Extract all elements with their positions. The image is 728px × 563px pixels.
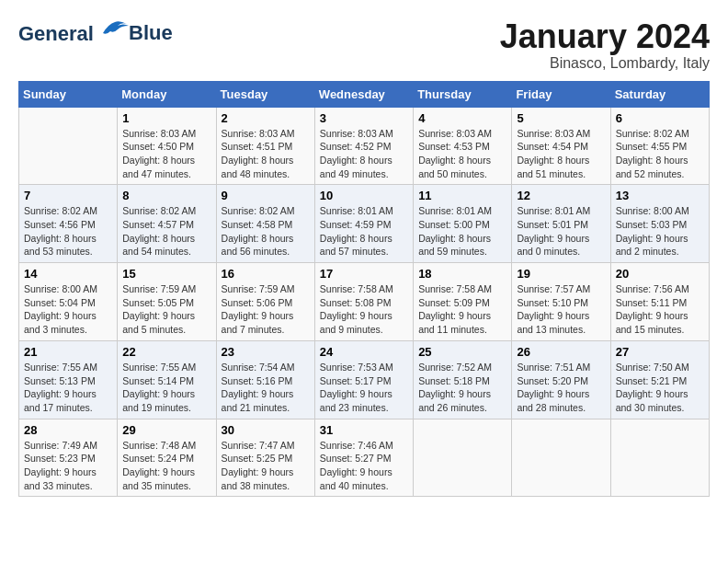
calendar-table: Sunday Monday Tuesday Wednesday Thursday… bbox=[18, 81, 710, 498]
day-number: 5 bbox=[517, 111, 605, 125]
calendar-row-2: 14Sunrise: 8:00 AMSunset: 5:04 PMDayligh… bbox=[19, 263, 710, 341]
day-number: 26 bbox=[517, 345, 605, 359]
day-info: Sunrise: 7:58 AMSunset: 5:09 PMDaylight:… bbox=[418, 282, 506, 337]
day-info: Sunrise: 8:03 AMSunset: 4:52 PMDaylight:… bbox=[320, 127, 408, 181]
calendar-cell: 25Sunrise: 7:52 AMSunset: 5:18 PMDayligh… bbox=[414, 340, 512, 419]
month-title: January 2024 bbox=[500, 18, 710, 55]
day-info: Sunrise: 8:02 AMSunset: 4:58 PMDaylight:… bbox=[222, 204, 310, 259]
day-number: 28 bbox=[24, 423, 112, 437]
day-number: 23 bbox=[222, 345, 310, 359]
calendar-cell: 1Sunrise: 8:03 AMSunset: 4:50 PMDaylight… bbox=[118, 107, 216, 185]
day-info: Sunrise: 7:46 AMSunset: 5:27 PMDaylight:… bbox=[320, 439, 408, 493]
calendar-cell: 4Sunrise: 8:03 AMSunset: 4:53 PMDaylight… bbox=[414, 107, 512, 185]
day-info: Sunrise: 7:48 AMSunset: 5:24 PMDaylight:… bbox=[122, 439, 210, 493]
day-number: 9 bbox=[222, 189, 310, 202]
day-number: 19 bbox=[517, 267, 605, 281]
day-number: 1 bbox=[122, 111, 210, 125]
day-info: Sunrise: 8:01 AMSunset: 5:01 PMDaylight:… bbox=[517, 204, 605, 259]
calendar-cell: 23Sunrise: 7:54 AMSunset: 5:16 PMDayligh… bbox=[216, 340, 314, 419]
day-info: Sunrise: 7:59 AMSunset: 5:06 PMDaylight:… bbox=[222, 282, 310, 337]
col-sunday: Sunday bbox=[19, 81, 118, 107]
calendar-cell: 9Sunrise: 8:02 AMSunset: 4:58 PMDaylight… bbox=[216, 185, 314, 263]
day-number: 15 bbox=[122, 267, 210, 281]
calendar-header-row: Sunday Monday Tuesday Wednesday Thursday… bbox=[19, 81, 710, 107]
calendar-cell: 14Sunrise: 8:00 AMSunset: 5:04 PMDayligh… bbox=[19, 263, 118, 341]
title-area: January 2024 Binasco, Lombardy, Italy bbox=[500, 18, 710, 72]
day-info: Sunrise: 7:55 AMSunset: 5:13 PMDaylight:… bbox=[24, 361, 112, 415]
day-info: Sunrise: 7:50 AMSunset: 5:21 PMDaylight:… bbox=[616, 361, 704, 415]
calendar-cell: 26Sunrise: 7:51 AMSunset: 5:20 PMDayligh… bbox=[512, 340, 610, 419]
day-info: Sunrise: 8:01 AMSunset: 5:00 PMDaylight:… bbox=[418, 204, 506, 259]
day-number: 3 bbox=[320, 111, 408, 125]
day-info: Sunrise: 8:02 AMSunset: 4:55 PMDaylight:… bbox=[616, 127, 704, 181]
col-friday: Friday bbox=[512, 81, 610, 107]
day-info: Sunrise: 8:01 AMSunset: 4:59 PMDaylight:… bbox=[320, 204, 408, 259]
calendar-cell: 16Sunrise: 7:59 AMSunset: 5:06 PMDayligh… bbox=[216, 263, 314, 341]
day-info: Sunrise: 7:55 AMSunset: 5:14 PMDaylight:… bbox=[122, 361, 210, 415]
day-number: 20 bbox=[616, 267, 704, 281]
calendar-row-3: 21Sunrise: 7:55 AMSunset: 5:13 PMDayligh… bbox=[19, 340, 710, 419]
day-info: Sunrise: 8:00 AMSunset: 5:04 PMDaylight:… bbox=[24, 282, 112, 337]
day-info: Sunrise: 8:03 AMSunset: 4:51 PMDaylight:… bbox=[222, 127, 310, 181]
day-info: Sunrise: 7:57 AMSunset: 5:10 PMDaylight:… bbox=[517, 282, 605, 337]
calendar-row-0: 1Sunrise: 8:03 AMSunset: 4:50 PMDaylight… bbox=[19, 107, 710, 185]
day-info: Sunrise: 7:47 AMSunset: 5:25 PMDaylight:… bbox=[222, 439, 310, 493]
calendar-cell bbox=[19, 107, 118, 185]
calendar-cell: 5Sunrise: 8:03 AMSunset: 4:54 PMDaylight… bbox=[512, 107, 610, 185]
day-info: Sunrise: 7:56 AMSunset: 5:11 PMDaylight:… bbox=[616, 282, 704, 337]
location: Binasco, Lombardy, Italy bbox=[500, 55, 710, 72]
calendar-cell: 21Sunrise: 7:55 AMSunset: 5:13 PMDayligh… bbox=[19, 340, 118, 419]
calendar-cell: 31Sunrise: 7:46 AMSunset: 5:27 PMDayligh… bbox=[314, 419, 413, 497]
day-info: Sunrise: 8:00 AMSunset: 5:03 PMDaylight:… bbox=[616, 204, 704, 259]
day-info: Sunrise: 8:03 AMSunset: 4:53 PMDaylight:… bbox=[418, 127, 506, 181]
calendar-cell: 3Sunrise: 8:03 AMSunset: 4:52 PMDaylight… bbox=[314, 107, 413, 185]
calendar-cell: 18Sunrise: 7:58 AMSunset: 5:09 PMDayligh… bbox=[414, 263, 512, 341]
day-number: 30 bbox=[222, 423, 310, 437]
day-info: Sunrise: 7:58 AMSunset: 5:08 PMDaylight:… bbox=[320, 282, 408, 337]
day-info: Sunrise: 7:52 AMSunset: 5:18 PMDaylight:… bbox=[418, 361, 506, 415]
day-number: 29 bbox=[122, 423, 210, 437]
calendar-cell: 17Sunrise: 7:58 AMSunset: 5:08 PMDayligh… bbox=[314, 263, 413, 341]
day-number: 13 bbox=[616, 189, 704, 202]
day-info: Sunrise: 8:02 AMSunset: 4:56 PMDaylight:… bbox=[24, 204, 112, 259]
calendar-cell: 19Sunrise: 7:57 AMSunset: 5:10 PMDayligh… bbox=[512, 263, 610, 341]
calendar-cell: 6Sunrise: 8:02 AMSunset: 4:55 PMDaylight… bbox=[610, 107, 709, 185]
calendar-cell: 22Sunrise: 7:55 AMSunset: 5:14 PMDayligh… bbox=[118, 340, 216, 419]
day-number: 17 bbox=[320, 267, 408, 281]
col-monday: Monday bbox=[118, 81, 216, 107]
day-number: 2 bbox=[222, 111, 310, 125]
calendar-cell: 12Sunrise: 8:01 AMSunset: 5:01 PMDayligh… bbox=[512, 185, 610, 263]
calendar-cell: 7Sunrise: 8:02 AMSunset: 4:56 PMDaylight… bbox=[19, 185, 118, 263]
day-number: 14 bbox=[24, 267, 112, 281]
day-number: 24 bbox=[320, 345, 408, 359]
day-number: 16 bbox=[222, 267, 310, 281]
calendar-cell: 24Sunrise: 7:53 AMSunset: 5:17 PMDayligh… bbox=[314, 340, 413, 419]
day-info: Sunrise: 7:54 AMSunset: 5:16 PMDaylight:… bbox=[222, 361, 310, 415]
day-number: 25 bbox=[418, 345, 506, 359]
day-number: 6 bbox=[616, 111, 704, 125]
col-wednesday: Wednesday bbox=[314, 81, 413, 107]
logo: General Blue bbox=[18, 18, 173, 45]
calendar-cell: 30Sunrise: 7:47 AMSunset: 5:25 PMDayligh… bbox=[216, 419, 314, 497]
day-info: Sunrise: 7:49 AMSunset: 5:23 PMDaylight:… bbox=[24, 439, 112, 493]
calendar-cell bbox=[414, 419, 512, 497]
col-saturday: Saturday bbox=[610, 81, 709, 107]
col-tuesday: Tuesday bbox=[216, 81, 314, 107]
calendar-row-1: 7Sunrise: 8:02 AMSunset: 4:56 PMDaylight… bbox=[19, 185, 710, 263]
day-info: Sunrise: 8:02 AMSunset: 4:57 PMDaylight:… bbox=[122, 204, 210, 259]
day-info: Sunrise: 8:03 AMSunset: 4:50 PMDaylight:… bbox=[122, 127, 210, 181]
calendar-cell: 28Sunrise: 7:49 AMSunset: 5:23 PMDayligh… bbox=[19, 419, 118, 497]
day-number: 27 bbox=[616, 345, 704, 359]
day-number: 31 bbox=[320, 423, 408, 437]
calendar-cell: 29Sunrise: 7:48 AMSunset: 5:24 PMDayligh… bbox=[118, 419, 216, 497]
calendar-cell: 10Sunrise: 8:01 AMSunset: 4:59 PMDayligh… bbox=[314, 185, 413, 263]
calendar-cell: 20Sunrise: 7:56 AMSunset: 5:11 PMDayligh… bbox=[610, 263, 709, 341]
day-info: Sunrise: 7:59 AMSunset: 5:05 PMDaylight:… bbox=[122, 282, 210, 337]
day-number: 4 bbox=[418, 111, 506, 125]
col-thursday: Thursday bbox=[414, 81, 512, 107]
calendar-cell: 13Sunrise: 8:00 AMSunset: 5:03 PMDayligh… bbox=[610, 185, 709, 263]
calendar-cell: 8Sunrise: 8:02 AMSunset: 4:57 PMDaylight… bbox=[118, 185, 216, 263]
calendar-cell bbox=[512, 419, 610, 497]
day-number: 22 bbox=[122, 345, 210, 359]
day-number: 10 bbox=[320, 189, 408, 202]
